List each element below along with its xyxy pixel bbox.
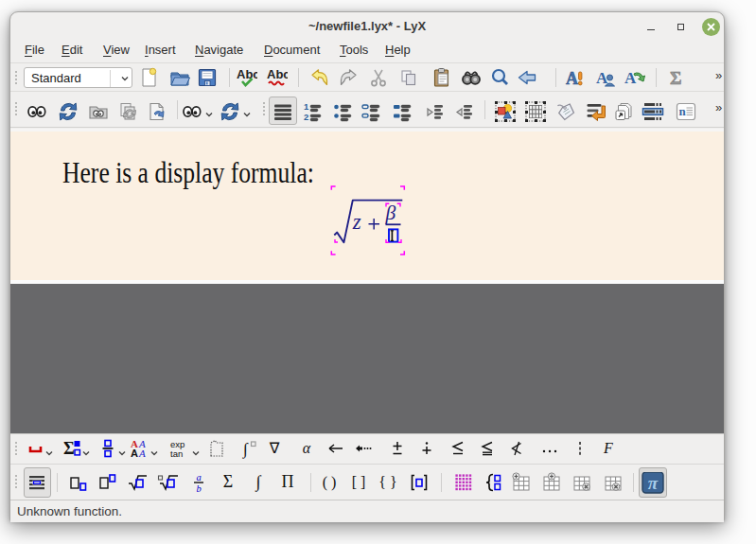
svg-text:π: π: [648, 473, 659, 493]
svg-text:Abc: Abc: [237, 67, 257, 81]
svg-text:Σ: Σ: [63, 439, 75, 458]
svg-text:[ ]: [ ]: [352, 474, 366, 490]
svg-text:b: b: [196, 483, 201, 494]
svg-text:A: A: [566, 69, 578, 88]
svg-text:A: A: [624, 69, 637, 87]
svg-text:Σ: Σ: [670, 68, 681, 88]
svg-text:2: 2: [304, 112, 308, 122]
svg-text:{ }: { }: [378, 474, 396, 490]
svg-text:Π: Π: [282, 472, 294, 491]
svg-text:( ): ( ): [323, 474, 337, 491]
svg-text:Σ: Σ: [223, 472, 233, 491]
svg-text:F: F: [603, 440, 613, 456]
svg-text:A: A: [131, 447, 138, 459]
svg-text:tan: tan: [170, 448, 183, 459]
svg-text:a: a: [196, 472, 201, 483]
svg-text:z: z: [352, 210, 361, 234]
svg-text:∫: ∫: [255, 472, 262, 492]
svg-text:∇: ∇: [269, 440, 280, 456]
svg-text:n: n: [679, 104, 687, 118]
svg-text:A: A: [138, 447, 146, 459]
svg-text:∫: ∫: [242, 440, 249, 459]
svg-text:α: α: [303, 440, 311, 456]
svg-text:1: 1: [304, 101, 309, 112]
svg-text:Abc: Abc: [267, 67, 288, 81]
